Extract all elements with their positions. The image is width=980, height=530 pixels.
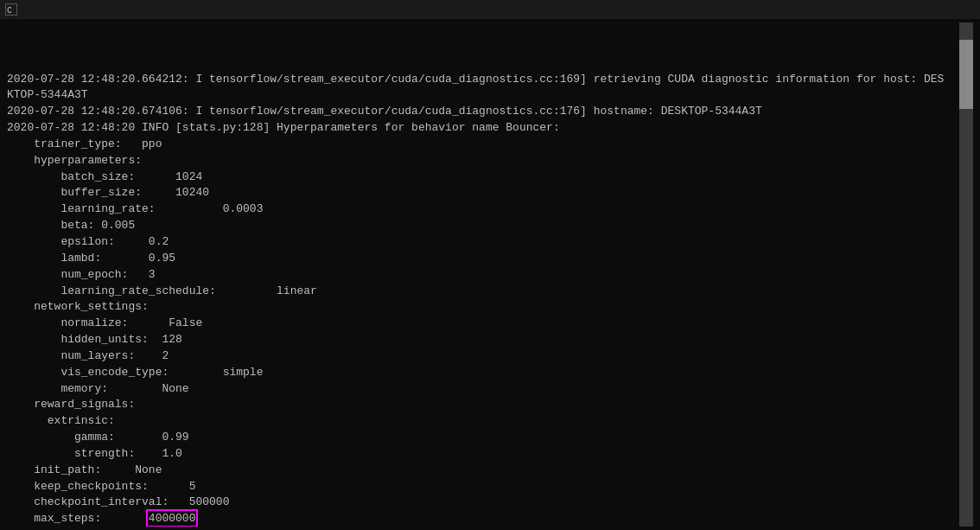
terminal-line: buffer_size: 10240	[7, 185, 959, 201]
terminal-line: normalize: False	[7, 316, 959, 332]
terminal-line: epsilon: 0.2	[7, 234, 959, 251]
terminal-line: learning_rate: 0.0003	[7, 201, 959, 218]
terminal-line: 2020-07-28 12:48:20.664212: I tensorflow…	[7, 72, 959, 88]
terminal-content: 2020-07-28 12:48:20.664212: I tensorflow…	[7, 22, 959, 527]
terminal-line: 2020-07-28 12:48:20 INFO [stats.py:128] …	[7, 120, 959, 137]
terminal-line: num_epoch: 3	[7, 267, 959, 284]
terminal-line: learning_rate_schedule: linear	[7, 284, 959, 300]
title-bar-controls	[902, 0, 975, 19]
scrollbar[interactable]	[959, 22, 973, 527]
title-bar-left: C	[5, 3, 22, 16]
minimize-button[interactable]	[902, 0, 926, 19]
terminal-line: init_path: None	[7, 463, 959, 479]
max-steps-highlight: 4000000	[149, 512, 196, 525]
terminal-line: trainer_type: ppo	[7, 137, 959, 153]
terminal-line: hidden_units: 128	[7, 332, 959, 348]
title-bar: C	[0, 0, 980, 19]
terminal-line: vis_encode_type: simple	[7, 365, 959, 381]
terminal-line: network_settings:	[7, 299, 959, 316]
terminal-line: KTOP-5344A3T	[7, 87, 959, 104]
terminal-line: 2020-07-28 12:48:20.674106: I tensorflow…	[7, 104, 959, 120]
terminal-line: memory: None	[7, 381, 959, 398]
close-button[interactable]	[951, 0, 975, 19]
terminal-line: num_layers: 2	[7, 348, 959, 365]
terminal-line: max_steps: 4000000	[7, 511, 959, 527]
terminal-line: checkpoint_interval: 500000	[7, 495, 959, 511]
terminal-line: keep_checkpoints: 5	[7, 479, 959, 495]
terminal-line: gamma: 0.99	[7, 430, 959, 446]
window: C 2020-07-28 12:48:20.664212: I tensorfl…	[0, 0, 980, 530]
maximize-button[interactable]	[926, 0, 951, 19]
terminal-line: lambd: 0.95	[7, 251, 959, 267]
terminal-line: hyperparameters:	[7, 153, 959, 169]
terminal-line: reward_signals:	[7, 397, 959, 413]
terminal-line: strength: 1.0	[7, 446, 959, 463]
terminal-line: extrinsic:	[7, 413, 959, 430]
terminal-line: batch_size: 1024	[7, 169, 959, 186]
terminal-line: beta: 0.005	[7, 218, 959, 234]
terminal-body: 2020-07-28 12:48:20.664212: I tensorflow…	[0, 19, 980, 530]
scrollbar-thumb[interactable]	[959, 40, 973, 109]
svg-text:C: C	[7, 6, 12, 15]
cmd-icon: C	[5, 3, 17, 16]
